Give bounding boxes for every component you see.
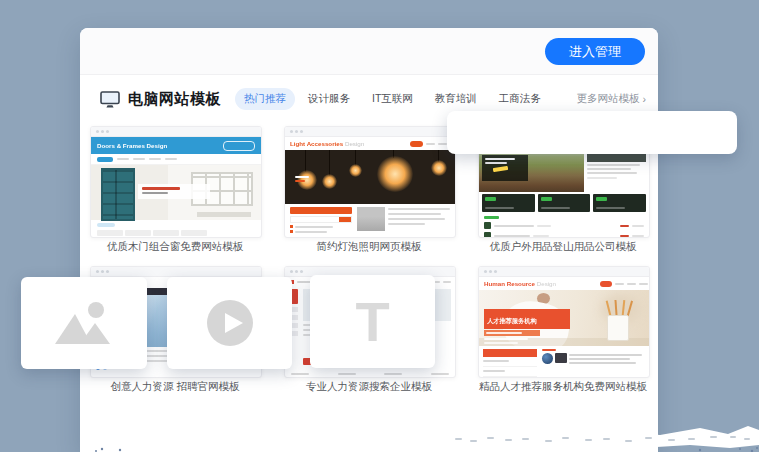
mock-thumbs-row [479, 192, 649, 214]
browser-chrome [91, 127, 261, 137]
mock-green-label [484, 216, 499, 219]
text-line [587, 168, 631, 170]
bullet [290, 230, 293, 233]
mock-dark-thumb [482, 194, 535, 212]
mock-product-list [479, 214, 649, 238]
mock-thumb [97, 230, 123, 236]
mock-thumb [181, 230, 207, 236]
text-line [484, 342, 518, 344]
mock-hero-doors [91, 165, 261, 220]
text-line [587, 172, 637, 174]
text-line [639, 283, 648, 285]
window-dot [96, 270, 99, 273]
mock-dark-thumb [538, 194, 591, 212]
section-header: 电脑网站模板 热门推荐 设计服务 IT互联网 教育培训 工商法务 更多网站模板 … [100, 86, 646, 112]
mock-photo-thumb [555, 353, 567, 363]
mock-orange-header [483, 349, 537, 357]
category-tabs: 热门推荐 设计服务 IT互联网 教育培训 工商法务 [235, 88, 550, 110]
screenshot-root: 进入管理 电脑网站模板 热门推荐 设计服务 IT互联网 教育培训 工商法务 更多… [0, 0, 759, 452]
text-line [627, 283, 636, 285]
tab-hot-recommend[interactable]: 热门推荐 [235, 88, 295, 110]
mock-door [101, 168, 135, 221]
text-line [494, 235, 530, 237]
mock-nav-active [600, 281, 612, 287]
more-templates-link[interactable]: 更多网站模板 › [577, 92, 647, 106]
text-line [431, 373, 449, 375]
text-line [483, 360, 509, 362]
text-line [295, 231, 327, 233]
window-dot [290, 270, 293, 273]
text-line [632, 235, 644, 237]
template-caption[interactable]: 优质木门组合窗免费网站模板 [90, 240, 260, 254]
template-card-doors[interactable]: Doors & Frames Design [90, 126, 262, 238]
mock-input [291, 217, 339, 222]
browser-chrome [91, 267, 261, 277]
mock-thumb [153, 230, 179, 236]
mock-search-button [339, 217, 351, 222]
mock-orange-label [542, 349, 556, 351]
mock-side-column [584, 148, 649, 192]
monitor-icon [100, 91, 120, 108]
mock-footer [91, 220, 261, 238]
text-line [388, 223, 425, 225]
template-caption[interactable]: 专业人力资源搜索企业模板 [284, 380, 454, 394]
mock-news-column [542, 349, 645, 375]
text-line [384, 373, 402, 375]
window-dot [106, 270, 109, 273]
text-line [533, 235, 549, 237]
template-card-human-resource[interactable]: Human Resource Design [478, 266, 650, 378]
mock-site-title: Human Resource Design [484, 280, 556, 287]
mock-orange-banner: 人才推荐服务机构 [484, 309, 570, 329]
chevron-right-icon: › [643, 93, 647, 105]
tab-business-legal[interactable]: 工商法务 [490, 88, 550, 110]
window-dot [489, 270, 492, 273]
mock-hero-tag [138, 184, 210, 199]
mock-canyon-photo [479, 148, 584, 192]
template-caption[interactable]: 简约灯泡照明网页模板 [284, 240, 454, 254]
image-placeholder-card[interactable] [21, 277, 147, 369]
text-line [541, 207, 570, 209]
play-icon [206, 299, 254, 347]
mock-footer [291, 373, 449, 375]
text-line [149, 158, 161, 160]
text-line [443, 281, 451, 283]
tab-it-internet[interactable]: IT互联网 [363, 88, 422, 110]
bullet [290, 225, 293, 228]
mock-site-header: Light Accessories Design [285, 137, 455, 150]
tab-education-training[interactable]: 教育培训 [426, 88, 486, 110]
text-line [494, 225, 534, 227]
text-placeholder-card[interactable]: T [310, 275, 435, 368]
mock-sidebar [290, 207, 352, 235]
mock-site-header: Human Resource Design [479, 277, 649, 290]
text-icon: T [355, 294, 389, 350]
template-caption[interactable]: 优质户外用品登山用品公司模板 [478, 240, 648, 254]
mock-menu-row [483, 360, 537, 367]
text-line [485, 162, 507, 164]
template-caption[interactable]: 精品人才推荐服务机构免费网站模板 [478, 380, 648, 394]
mock-site-title: Light Accessories Design [290, 140, 364, 147]
mock-hero-office: 人才推荐服务机构 [479, 290, 649, 346]
text-line [537, 225, 551, 227]
mock-product-icon [484, 222, 491, 229]
main-panel: 进入管理 电脑网站模板 热门推荐 设计服务 IT互联网 教育培训 工商法务 更多… [80, 28, 658, 452]
text-line [569, 358, 630, 360]
window-dot [106, 130, 109, 133]
template-card-lighting[interactable]: Light Accessories Design [284, 126, 456, 238]
template-caption[interactable]: 创意人力资源 招聘官网模板 [90, 380, 260, 394]
tab-design-service[interactable]: 设计服务 [299, 88, 359, 110]
window-dot [295, 130, 298, 133]
mock-list-row [290, 225, 352, 228]
window-dot [484, 270, 487, 273]
mock-banner-text: 人才推荐服务机构 [487, 317, 537, 326]
bulb-glow [431, 160, 447, 176]
text-line [438, 143, 447, 145]
text-line [388, 213, 441, 215]
mock-search [290, 216, 352, 223]
mock-article [357, 207, 450, 235]
video-placeholder-card[interactable] [167, 277, 292, 369]
enter-management-button[interactable]: 进入管理 [545, 38, 645, 65]
mock-brand-suffix: Design [345, 140, 364, 147]
mock-list-row [290, 230, 352, 233]
globe-icon [542, 353, 553, 364]
window-dot [290, 130, 293, 133]
